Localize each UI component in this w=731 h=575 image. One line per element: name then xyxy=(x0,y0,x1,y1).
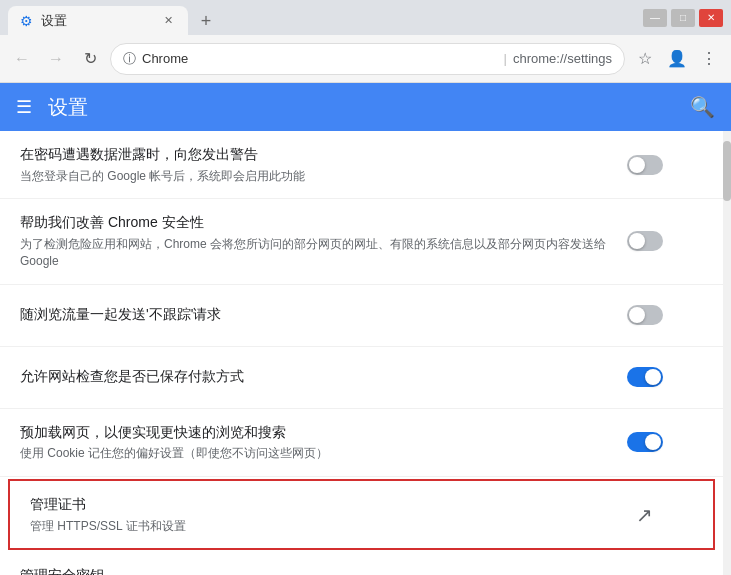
url-secure-icon: ⓘ xyxy=(123,50,136,68)
toggle-knob xyxy=(629,157,645,173)
maximize-button[interactable]: □ xyxy=(671,9,695,27)
setting-item-payment-check: 允许网站检查您是否已保存付款方式 xyxy=(0,347,723,409)
url-separator: | xyxy=(504,51,507,66)
setting-text-payment-check: 允许网站检查您是否已保存付款方式 xyxy=(20,367,627,387)
setting-item-password-warning: 在密码遭遇数据泄露时，向您发出警告 当您登录自己的 Google 帐号后，系统即… xyxy=(0,131,723,199)
address-actions: ☆ 👤 ⋮ xyxy=(631,45,723,73)
setting-title-manage-certs: 管理证书 xyxy=(30,495,636,515)
setting-title-payment-check: 允许网站检查您是否已保存付款方式 xyxy=(20,367,627,387)
external-link-icon[interactable]: ↗ xyxy=(636,503,653,527)
scrollbar-thumb[interactable] xyxy=(723,141,731,201)
setting-text-manage-certs: 管理证书 管理 HTTPS/SSL 证书和设置 xyxy=(30,495,636,534)
toggle-knob xyxy=(629,233,645,249)
tab-area: ⚙ 设置 ✕ + xyxy=(8,0,220,35)
setting-text-manage-security: 管理安全密钥 重置安全密钥并创建 PIN 码 xyxy=(20,566,657,575)
settings-list: 在密码遭遇数据泄露时，向您发出警告 当您登录自己的 Google 帐号后，系统即… xyxy=(0,131,723,575)
settings-header: ☰ 设置 🔍 xyxy=(0,83,731,131)
window-controls: — □ ✕ xyxy=(643,9,723,27)
toggle-knob xyxy=(645,369,661,385)
setting-desc-manage-certs: 管理 HTTPS/SSL 证书和设置 xyxy=(30,518,636,535)
toggle-password-warning[interactable] xyxy=(627,155,663,175)
setting-text-preload: 预加载网页，以便实现更快速的浏览和搜索 使用 Cookie 记住您的偏好设置（即… xyxy=(20,423,627,462)
tab-close-button[interactable]: ✕ xyxy=(160,13,176,29)
url-path: chrome://settings xyxy=(513,51,612,66)
settings-page-title: 设置 xyxy=(48,94,88,121)
toggle-knob xyxy=(629,307,645,323)
setting-desc-password-warning: 当您登录自己的 Google 帐号后，系统即会启用此功能 xyxy=(20,168,627,185)
scrollbar[interactable] xyxy=(723,131,731,575)
hamburger-menu-icon[interactable]: ☰ xyxy=(16,96,32,118)
minimize-button[interactable]: — xyxy=(643,9,667,27)
setting-title-preload: 预加载网页，以便实现更快速的浏览和搜索 xyxy=(20,423,627,443)
setting-item-chrome-security: 帮助我们改善 Chrome 安全性 为了检测危险应用和网站，Chrome 会将您… xyxy=(0,199,723,284)
tab-title: 设置 xyxy=(41,12,67,30)
new-tab-button[interactable]: + xyxy=(192,7,220,35)
refresh-button[interactable]: ↻ xyxy=(76,45,104,73)
content-area: 在密码遭遇数据泄露时，向您发出警告 当您登录自己的 Google 帐号后，系统即… xyxy=(0,131,731,575)
setting-text-password-warning: 在密码遭遇数据泄露时，向您发出警告 当您登录自己的 Google 帐号后，系统即… xyxy=(20,145,627,184)
setting-desc-chrome-security: 为了检测危险应用和网站，Chrome 会将您所访问的部分网页的网址、有限的系统信… xyxy=(20,236,627,270)
close-button[interactable]: ✕ xyxy=(699,9,723,27)
setting-desc-preload: 使用 Cookie 记住您的偏好设置（即使您不访问这些网页） xyxy=(20,445,627,462)
settings-gear-icon: ⚙ xyxy=(20,13,33,29)
setting-title-password-warning: 在密码遭遇数据泄露时，向您发出警告 xyxy=(20,145,627,165)
url-bar[interactable]: ⓘ Chrome | chrome://settings xyxy=(110,43,625,75)
setting-title-manage-security: 管理安全密钥 xyxy=(20,566,657,575)
active-tab[interactable]: ⚙ 设置 ✕ xyxy=(8,6,188,35)
setting-item-manage-certs[interactable]: 管理证书 管理 HTTPS/SSL 证书和设置 ↗ xyxy=(8,479,715,550)
toggle-no-track[interactable] xyxy=(627,305,663,325)
bookmark-button[interactable]: ☆ xyxy=(631,45,659,73)
titlebar: ⚙ 设置 ✕ + — □ ✕ xyxy=(0,0,731,35)
setting-text-no-track: 随浏览流量一起发送'不跟踪'请求 xyxy=(20,305,627,325)
profile-button[interactable]: 👤 xyxy=(663,45,691,73)
setting-item-manage-security[interactable]: 管理安全密钥 重置安全密钥并创建 PIN 码 › xyxy=(0,552,723,575)
back-button[interactable]: ← xyxy=(8,45,36,73)
setting-item-preload: 预加载网页，以便实现更快速的浏览和搜索 使用 Cookie 记住您的偏好设置（即… xyxy=(0,409,723,477)
setting-title-no-track: 随浏览流量一起发送'不跟踪'请求 xyxy=(20,305,627,325)
forward-button[interactable]: → xyxy=(42,45,70,73)
setting-title-chrome-security: 帮助我们改善 Chrome 安全性 xyxy=(20,213,627,233)
address-bar: ← → ↻ ⓘ Chrome | chrome://settings ☆ 👤 ⋮ xyxy=(0,35,731,83)
toggle-payment-check[interactable] xyxy=(627,367,663,387)
setting-text-chrome-security: 帮助我们改善 Chrome 安全性 为了检测危险应用和网站，Chrome 会将您… xyxy=(20,213,627,269)
url-brand: Chrome xyxy=(142,51,498,66)
toggle-knob xyxy=(645,434,661,450)
toggle-preload[interactable] xyxy=(627,432,663,452)
toggle-chrome-security[interactable] xyxy=(627,231,663,251)
setting-item-no-track: 随浏览流量一起发送'不跟踪'请求 xyxy=(0,285,723,347)
search-icon[interactable]: 🔍 xyxy=(690,95,715,119)
menu-button[interactable]: ⋮ xyxy=(695,45,723,73)
